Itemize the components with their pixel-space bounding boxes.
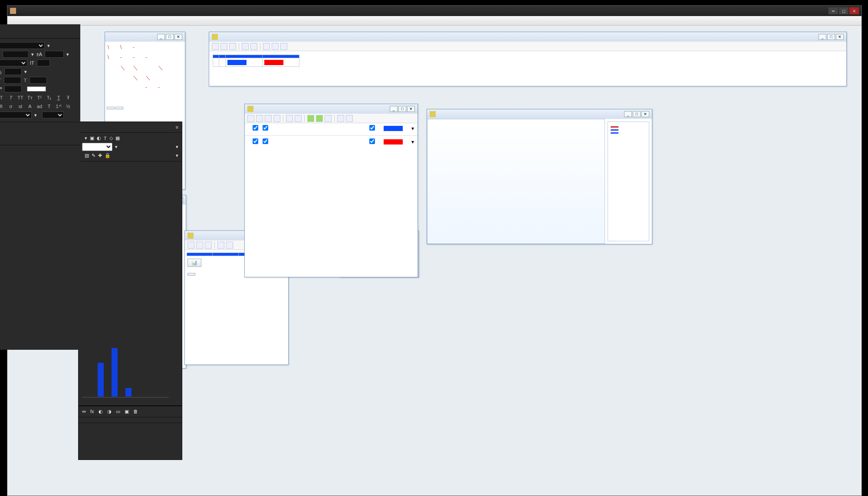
aa-select[interactable] [42, 112, 64, 118]
close-icon[interactable]: ✕ [407, 106, 415, 112]
dropdown-icon[interactable]: ▾ [411, 125, 414, 131]
print-icon[interactable] [346, 115, 353, 122]
save-icon[interactable] [265, 115, 272, 122]
open-icon[interactable] [220, 43, 227, 50]
tab-dir3[interactable] [107, 107, 115, 109]
refresh-icon[interactable] [226, 242, 233, 249]
blend-select[interactable] [82, 143, 112, 151]
smallcaps-button[interactable]: Tт [26, 95, 34, 100]
vscale-input[interactable] [4, 77, 21, 84]
ad-button[interactable]: ad [35, 104, 44, 109]
new-layer-icon[interactable]: ▣ [125, 409, 129, 414]
fi-button[interactable]: fi [0, 104, 6, 109]
csv-save-button[interactable] [187, 273, 195, 276]
filter-smart-icon[interactable]: ▦ [115, 135, 120, 141]
half-button[interactable]: ½ [64, 104, 72, 109]
adj-icon[interactable]: ◑ [107, 409, 112, 414]
sigma-button[interactable]: σ [7, 104, 15, 109]
max-icon[interactable]: □ [398, 106, 406, 112]
lock-pos-icon[interactable]: ✎ [92, 153, 95, 158]
close-icon[interactable]: ✕ [174, 34, 182, 40]
t1-button[interactable]: T [45, 104, 53, 109]
export-icon[interactable] [325, 115, 332, 122]
close-button[interactable]: ✕ [849, 7, 859, 14]
max-icon[interactable]: □ [827, 34, 835, 40]
print-preview-icon[interactable] [272, 43, 279, 50]
close-icon[interactable]: ✕ [836, 34, 844, 40]
run-icon[interactable] [316, 115, 323, 122]
filter-shape-icon[interactable]: ◇ [109, 135, 113, 141]
allcaps-button[interactable]: TT [16, 95, 25, 100]
new-icon[interactable] [212, 43, 219, 50]
lock-icon[interactable]: 🔒 [105, 153, 111, 158]
mask-icon[interactable]: ◐ [99, 409, 103, 414]
tsume-input[interactable] [4, 68, 22, 75]
new-icon[interactable] [187, 242, 194, 249]
text-color-swatch[interactable] [27, 86, 46, 92]
subscript-button[interactable]: T₁ [45, 95, 53, 101]
link-icon[interactable]: ⇔ [82, 409, 86, 414]
color-swatch-red[interactable] [384, 139, 403, 145]
italic-button[interactable]: T [7, 95, 15, 100]
settings-icon[interactable] [263, 43, 270, 50]
tab-dir4[interactable] [115, 107, 123, 109]
font-size-input[interactable] [3, 51, 29, 58]
print-preview-icon[interactable] [337, 115, 344, 122]
hscale-input[interactable] [30, 77, 47, 84]
cb-avg[interactable] [263, 125, 268, 132]
kerning-select[interactable] [0, 59, 27, 66]
min-icon[interactable]: _ [624, 111, 632, 117]
filter-adj-icon[interactable]: ◐ [97, 135, 101, 141]
cb-avg2[interactable] [263, 138, 268, 145]
print-icon[interactable] [280, 43, 287, 50]
min-icon[interactable]: _ [157, 34, 165, 40]
st-button[interactable]: st [16, 104, 25, 109]
cut-icon[interactable] [217, 242, 224, 249]
group-icon[interactable]: ▭ [116, 409, 120, 414]
cb-range2[interactable] [369, 138, 375, 145]
cut-icon[interactable] [286, 115, 293, 122]
save-icon[interactable] [229, 43, 236, 50]
filter-text-icon[interactable]: T [104, 136, 107, 141]
saveall-icon[interactable] [273, 115, 280, 122]
refresh-icon[interactable] [250, 43, 257, 50]
open-icon[interactable] [256, 115, 263, 122]
trash-icon[interactable]: 🗑 [133, 409, 138, 414]
panel-menu-icon[interactable]: ≡ [176, 125, 178, 130]
new-icon[interactable] [247, 115, 254, 122]
first-button[interactable]: 1ˢᵗ [54, 104, 63, 109]
open-icon[interactable] [196, 242, 203, 249]
alt-button[interactable]: A [26, 104, 34, 109]
lang-select[interactable] [0, 112, 32, 118]
fx-icon[interactable]: fx [90, 409, 94, 414]
dropdown-icon[interactable]: ▾ [411, 139, 414, 145]
cb-range[interactable] [369, 125, 375, 132]
create-graph-button[interactable]: 📊 [187, 259, 201, 267]
save-icon[interactable] [205, 242, 212, 249]
max-icon[interactable]: □ [633, 111, 641, 117]
font-family-select[interactable] [0, 42, 45, 49]
copy-icon[interactable] [295, 115, 302, 122]
lock-pixels-icon[interactable]: ▧ [85, 153, 89, 158]
color-swatch-blue[interactable] [384, 126, 403, 131]
underline-button[interactable]: T [54, 95, 63, 100]
strike-button[interactable]: Ŧ [64, 95, 72, 100]
minimize-button[interactable]: ━ [829, 7, 838, 14]
baseline-input[interactable] [4, 85, 22, 92]
tracking-input[interactable] [37, 59, 50, 66]
kojinnai-item-table[interactable] [213, 55, 299, 67]
min-icon[interactable]: _ [390, 106, 398, 112]
superscript-button[interactable]: T¹ [35, 95, 44, 100]
lock-all-icon[interactable]: ✚ [98, 153, 102, 158]
max-icon[interactable]: □ [166, 34, 174, 40]
maximize-button[interactable]: ◻ [839, 7, 848, 14]
bold-button[interactable]: T [0, 95, 6, 100]
add-icon[interactable] [307, 115, 314, 122]
copy-icon[interactable] [242, 43, 249, 50]
cb-data2[interactable] [253, 138, 258, 145]
min-icon[interactable]: _ [819, 34, 826, 40]
filter-img-icon[interactable]: ▣ [90, 135, 94, 141]
cb-data[interactable] [253, 125, 258, 132]
close-icon[interactable]: ✕ [641, 111, 649, 117]
leading-input[interactable] [45, 51, 64, 58]
